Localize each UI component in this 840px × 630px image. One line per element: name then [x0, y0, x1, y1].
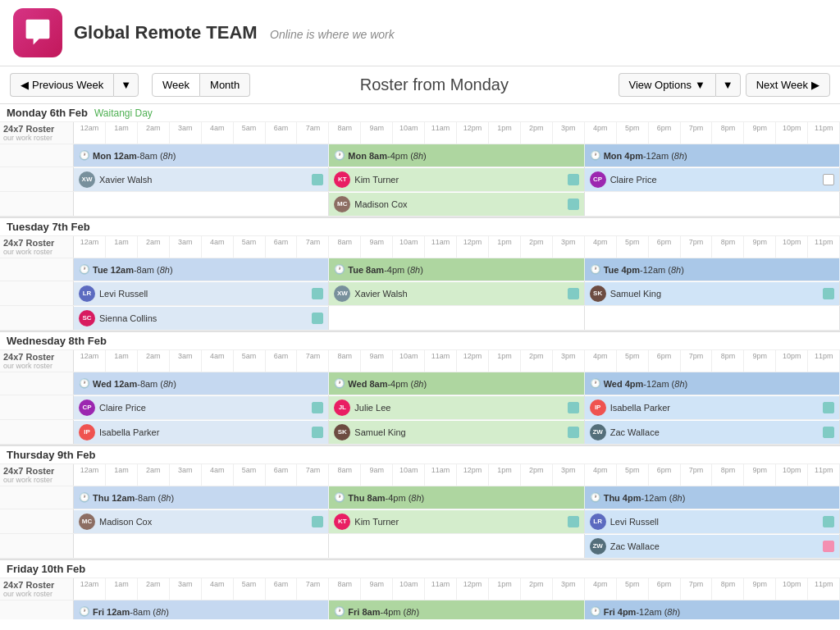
person-block[interactable]: SCSienna Collins	[74, 307, 328, 330]
time-cell: 12pm	[457, 464, 489, 486]
avatar: XW	[334, 285, 350, 302]
next-week-button[interactable]: Next Week ▶	[746, 73, 830, 97]
time-header-row: 24x7 Rosterour work roster12am1am2am3am4…	[0, 464, 840, 486]
shift-bar: 🕐Mon 4pm-12am (8h)	[585, 144, 840, 167]
avatar: IP	[79, 424, 95, 441]
day-header: Friday 10th Feb	[0, 560, 840, 578]
time-cell: 10pm	[776, 122, 808, 144]
view-options-button[interactable]: View Options ▼	[619, 73, 715, 97]
prev-week-dropdown-button[interactable]: ▼	[113, 73, 139, 97]
time-cell: 5am	[234, 464, 266, 486]
person-block[interactable]: LRLevi Russell	[585, 510, 839, 533]
worker-name: Kim Turner	[354, 517, 399, 527]
time-cell: 4pm	[585, 350, 617, 372]
person-block[interactable]: MCMadison Cox	[329, 193, 583, 216]
view-options-extra-button[interactable]: ▼	[715, 73, 741, 97]
shift-checkbox[interactable]	[568, 174, 579, 185]
prev-week-button[interactable]: ◀ Previous Week	[10, 73, 113, 97]
person-block[interactable]: SKSamuel King	[329, 421, 583, 444]
time-cell: 6am	[266, 464, 298, 486]
time-cells: 12am1am2am3am4am5am6am7am8am9am10am11am1…	[74, 578, 840, 600]
shift-bar: 🕐Thu 4pm-12am (8h)	[585, 486, 840, 509]
time-cell: 1am	[106, 350, 138, 372]
time-cell: 11pm	[808, 578, 840, 600]
worker-content: LRLevi RussellXWXavier WalshSKSamuel Kin…	[74, 281, 840, 305]
time-cell: 3pm	[553, 236, 585, 258]
clock-icon: 🕐	[590, 264, 601, 275]
person-block[interactable]: ZWZac Wallace	[585, 535, 839, 558]
shift-checkbox[interactable]	[823, 174, 834, 185]
shift-label: Mon 4pm-12am (8h)	[604, 151, 687, 161]
worker-row: CPClaire PriceJLJulie LeeIPIsabella Park…	[0, 395, 840, 420]
worker-cell: SCSienna Collins	[74, 306, 329, 330]
shift-bar: 🕐Wed 4pm-12am (8h)	[585, 372, 840, 395]
shift-bar: 🕐Fri 12am-8am (8h)	[74, 600, 329, 619]
shift-label: Wed 4pm-12am (8h)	[604, 379, 688, 389]
shift-checkbox[interactable]	[823, 288, 834, 299]
worker-cell: ZWZac Wallace	[585, 420, 840, 444]
worker-cell: XWXavier Walsh	[74, 167, 329, 191]
time-cell: 3pm	[553, 122, 585, 144]
day-header: Tuesday 7th Feb	[0, 218, 840, 236]
time-cell: 2am	[138, 350, 170, 372]
shift-checkbox[interactable]	[568, 516, 579, 527]
person-block[interactable]: IPIsabella Parker	[585, 396, 839, 419]
person-block[interactable]: ZWZac Wallace	[585, 421, 839, 444]
worker-cell	[74, 534, 329, 558]
shift-checkbox[interactable]	[568, 427, 579, 438]
clock-icon: 🕐	[334, 378, 345, 389]
shift-bar: 🕐Tue 8am-4pm (8h)	[329, 258, 584, 281]
person-block[interactable]: IPIsabella Parker	[74, 421, 328, 444]
worker-name: Julie Lee	[354, 403, 390, 413]
day-name: Monday 6th Feb	[7, 107, 88, 119]
avatar: XW	[79, 171, 95, 188]
time-cell: 6am	[266, 578, 298, 600]
worker-content: MCMadison CoxKTKim TurnerLRLevi Russell	[74, 509, 840, 533]
worker-row: MCMadison CoxKTKim TurnerLRLevi Russell	[0, 509, 840, 534]
roster-label-main: 24x7 Roster	[3, 352, 70, 362]
shift-checkbox[interactable]	[312, 516, 323, 527]
time-cells: 12am1am2am3am4am5am6am7am8am9am10am11am1…	[74, 464, 840, 486]
person-block[interactable]: SKSamuel King	[585, 282, 839, 305]
day-name: Tuesday 7th Feb	[7, 221, 90, 233]
person-block[interactable]: CPClaire Price	[585, 168, 839, 191]
shift-label: Thu 12am-8am (8h)	[93, 493, 174, 503]
shift-checkbox[interactable]	[823, 402, 834, 413]
shift-checkbox[interactable]	[312, 174, 323, 185]
nav-bar: ◀ Previous Week ▼ Week Month Roster from…	[0, 66, 840, 104]
person-block[interactable]: XWXavier Walsh	[329, 282, 583, 305]
view-options-label: View Options	[629, 79, 692, 91]
person-block[interactable]: KTKim Turner	[329, 510, 583, 533]
worker-content: SCSienna Collins	[74, 306, 840, 330]
shift-checkbox[interactable]	[823, 541, 834, 552]
shift-checkbox[interactable]	[568, 288, 579, 299]
shift-checkbox[interactable]	[312, 427, 323, 438]
shift-content: 🕐Tue 12am-8am (8h)🕐Tue 8am-4pm (8h)🕐Tue …	[74, 258, 840, 281]
worker-name: Zac Wallace	[610, 427, 660, 437]
worker-cell: MCMadison Cox	[329, 192, 584, 216]
time-cell: 11pm	[808, 122, 840, 144]
person-block[interactable]: XWXavier Walsh	[74, 168, 328, 191]
month-view-button[interactable]: Month	[200, 73, 250, 97]
time-cell: 2pm	[521, 350, 553, 372]
shift-checkbox[interactable]	[312, 313, 323, 324]
time-cell: 11pm	[808, 236, 840, 258]
week-view-button[interactable]: Week	[152, 73, 200, 97]
person-block[interactable]: KTKim Turner	[329, 168, 583, 191]
shift-label: Wed 8am-4pm (8h)	[348, 379, 427, 389]
roster-label-sub: our work roster	[3, 476, 70, 484]
day-section-1: Tuesday 7th Feb24x7 Rosterour work roste…	[0, 218, 840, 332]
time-cell: 5am	[234, 122, 266, 144]
shift-checkbox[interactable]	[568, 402, 579, 413]
person-block[interactable]: LRLevi Russell	[74, 282, 328, 305]
shift-checkbox[interactable]	[312, 288, 323, 299]
shift-checkbox[interactable]	[312, 402, 323, 413]
shift-checkbox[interactable]	[823, 427, 834, 438]
person-block[interactable]: JLJulie Lee	[329, 396, 583, 419]
shift-checkbox[interactable]	[823, 516, 834, 527]
shift-checkbox[interactable]	[568, 199, 579, 210]
person-block[interactable]: CPClaire Price	[74, 396, 328, 419]
shift-bar: 🕐Mon 12am-8am (8h)	[74, 144, 329, 167]
shift-bars-row: 🕐Thu 12am-8am (8h)🕐Thu 8am-4pm (8h)🕐Thu …	[0, 486, 840, 509]
person-block[interactable]: MCMadison Cox	[74, 510, 328, 533]
